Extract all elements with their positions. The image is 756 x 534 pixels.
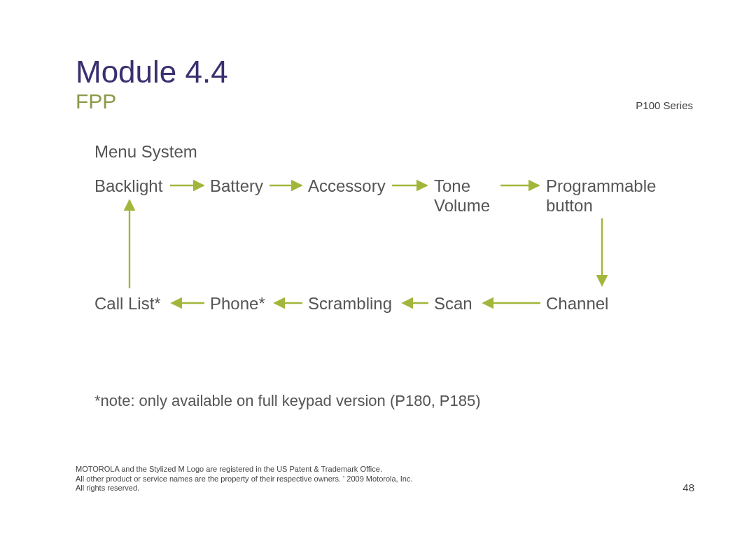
footer-line-2: All other product or service names are t… (76, 475, 412, 484)
slide-title: Module 4.4 (76, 55, 228, 90)
page-number: 48 (682, 482, 694, 493)
node-phone: Phone* (210, 294, 265, 314)
node-scan: Scan (434, 294, 472, 314)
slide-subtitle: FPP (76, 90, 116, 113)
node-channel: Channel (546, 294, 608, 314)
footer-text: MOTOROLA and the Stylized M Logo are reg… (76, 465, 412, 493)
node-programmable-button: Programmable button (546, 176, 656, 216)
series-label: P100 Series (636, 99, 693, 111)
node-scrambling: Scrambling (308, 294, 392, 314)
node-call-list: Call List* (94, 294, 161, 314)
node-tone-volume: Tone Volume (434, 176, 490, 216)
footer-line-3: All rights reserved. (76, 484, 412, 493)
node-accessory: Accessory (308, 176, 386, 196)
footnote: *note: only available on full keypad ver… (94, 392, 481, 410)
diagram-heading: Menu System (94, 142, 197, 162)
node-backlight: Backlight (94, 176, 162, 196)
node-battery: Battery (210, 176, 263, 196)
footer-line-1: MOTOROLA and the Stylized M Logo are reg… (76, 465, 412, 475)
